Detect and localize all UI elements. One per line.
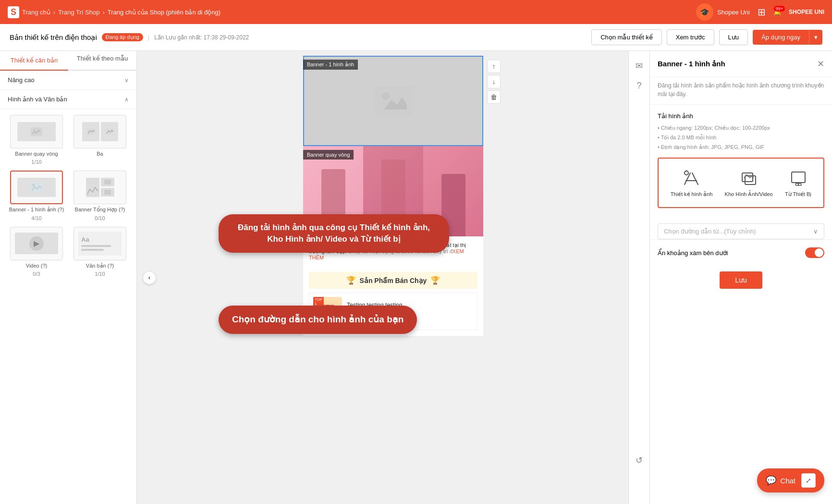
from-device-icon: [789, 168, 808, 187]
svg-point-11: [382, 92, 390, 100]
design-tabs: Thiết kế căn bản Thiết kế theo mẫu: [0, 51, 136, 71]
from-device-label: Từ Thiết Bị: [785, 191, 811, 197]
from-device-option[interactable]: Từ Thiết Bị: [785, 168, 811, 197]
canvas-left-arrow[interactable]: ‹: [143, 271, 156, 284]
upload-section: Tải hình ảnh • Chiều ngang: 1200px; Chiề…: [650, 105, 832, 223]
svg-rect-6: [86, 178, 99, 197]
chat-expand-icon[interactable]: ⤢: [801, 473, 816, 488]
svg-rect-7: [104, 180, 111, 184]
media-library-icon: [739, 168, 759, 187]
shopee-uni-icon: 🎓: [696, 3, 713, 21]
right-panel-title: Banner - 1 hình ảnh: [658, 60, 725, 68]
breadcrumb-shop[interactable]: Trang Trí Shop: [58, 9, 99, 16]
url-dropdown-icon: ∨: [813, 228, 818, 235]
breadcrumb-area: S Trang chủ › Trang Trí Shop › Trang chủ…: [8, 6, 220, 18]
topnav-right: 🎓 Shopee Uni ⊞ 🔔 99+ SHOPEE UNI: [696, 3, 824, 21]
svg-point-1: [34, 129, 36, 131]
move-down-button[interactable]: ↓: [487, 75, 501, 88]
shopee-logo: S: [8, 6, 19, 18]
component-combo-banner[interactable]: Banner Tổng Hợp (?) 0/10: [71, 171, 129, 221]
email-icon[interactable]: ✉: [636, 61, 643, 71]
shopee-uni-link[interactable]: 🎓 Shopee Uni: [696, 3, 750, 21]
svg-rect-8: [104, 190, 111, 195]
choose-template-button[interactable]: Chọn mẫu thiết kế: [591, 29, 662, 45]
apply-dropdown-button[interactable]: ▾: [809, 30, 822, 45]
component-label: Banner Tổng Hợp (?): [75, 206, 125, 213]
left-panel: Thiết kế căn bản Thiết kế theo mẫu Nâng …: [0, 51, 137, 504]
shopee-uni-label: Shopee Uni: [717, 9, 750, 16]
apply-button-group: Áp dụng ngay ▾: [753, 30, 822, 45]
upload-specs: • Chiều ngang: 1200px; Chiều dọc: 100-22…: [658, 123, 824, 152]
tab-template-design[interactable]: Thiết kế theo mẫu: [68, 51, 136, 70]
refresh-icon[interactable]: ↺: [636, 455, 643, 466]
apps-grid-icon[interactable]: ⊞: [758, 6, 766, 18]
banner-block[interactable]: Banner - 1 hình ảnh ↑ ↓ 🗑: [303, 56, 483, 146]
component-grid: Banner quay vòng 1/10 Ba: [0, 109, 136, 283]
save-button[interactable]: Lưu: [719, 29, 748, 45]
delete-button[interactable]: 🗑: [487, 90, 501, 104]
component-single-banner[interactable]: Banner - 1 hình ảnh (?) 4/10: [8, 171, 65, 221]
last-save-info: Lần Lưu gần nhất: 17:38 29-09-2022: [154, 34, 249, 41]
save-btn-row: Lưu: [650, 266, 832, 295]
hide-grey-toggle[interactable]: [805, 247, 824, 258]
tab-basic-design[interactable]: Thiết kế căn bản: [0, 51, 68, 71]
chat-button[interactable]: 💬 Chat ⤢: [757, 468, 824, 492]
component-video[interactable]: ▶ Video (?) 0/3: [8, 227, 65, 277]
move-up-button[interactable]: ↑: [487, 60, 501, 73]
panel-description: Đăng tải hình ảnh sản phẩm hoặc hình ảnh…: [650, 77, 832, 105]
top-navigation: S Trang chủ › Trang Trí Shop › Trang chủ…: [0, 0, 832, 24]
toggle-label: Ẩn khoảng xám bên dưới: [658, 249, 728, 257]
tooltip-url: Chọn đường dẫn cho hình ảnh của bạn: [219, 306, 417, 334]
svg-point-19: [745, 174, 747, 176]
component-label: Banner quay vòng: [15, 150, 58, 157]
panel-save-button[interactable]: Lưu: [720, 271, 762, 289]
design-tool-icon: [682, 168, 701, 187]
preview-button[interactable]: Xem trước: [667, 29, 714, 45]
applying-badge: Đang áp dụng: [102, 33, 143, 41]
component-text[interactable]: Aa Văn bản (?) 1/10: [71, 227, 129, 277]
toolbar-right: Chọn mẫu thiết kế Xem trước Lưu Áp dụng …: [591, 29, 822, 45]
banner-block-label: Banner - 1 hình ảnh: [303, 60, 358, 70]
hide-grey-toggle-row: Ẩn khoảng xám bên dưới: [650, 239, 832, 266]
chevron-down-icon: ∨: [124, 77, 129, 84]
svg-point-5: [32, 184, 35, 186]
section-advanced[interactable]: Nâng cao ∨: [0, 71, 136, 90]
component-multi-banner[interactable]: Ba: [71, 115, 129, 165]
svg-point-15: [685, 171, 688, 175]
phone-preview: Banner - 1 hình ảnh ↑ ↓ 🗑: [303, 56, 483, 504]
apply-now-button[interactable]: Áp dụng ngay: [753, 30, 809, 45]
notification-bell[interactable]: 🔔 99+: [773, 9, 781, 16]
section-images-text[interactable]: Hình ảnh và Văn bản ∧: [0, 90, 136, 109]
upload-options-box: Thiết kế hình ảnh Kho Hình Ảnh/Video: [658, 158, 824, 208]
design-tool-option[interactable]: Thiết kế hình ảnh: [671, 168, 713, 197]
chat-icon: 💬: [766, 475, 776, 486]
tooltip-upload: Đăng tải hình ảnh qua công cụ Thiết kế h…: [219, 214, 449, 253]
component-label: Video (?): [26, 262, 47, 269]
component-label: Ba: [97, 150, 103, 157]
toolbar-left: Bản thiết kế trên điện thoại Đang áp dụn…: [10, 33, 249, 42]
chat-label: Chat: [780, 477, 795, 485]
toolbar: Bản thiết kế trên điện thoại Đang áp dụn…: [0, 24, 832, 51]
component-label: Banner - 1 hình ảnh (?): [9, 206, 64, 213]
user-name: SHOPEE UNI: [789, 9, 824, 15]
breadcrumb-home[interactable]: Trang chủ: [22, 9, 50, 16]
design-tool-label: Thiết kế hình ảnh: [671, 191, 713, 197]
help-icon[interactable]: ?: [636, 81, 641, 91]
breadcrumb-current: Trang chủ của Shop (phiên bản di động): [108, 9, 220, 16]
canvas-scroll[interactable]: ‹ Banner - 1 hình ảnh ↑: [137, 51, 649, 504]
upload-title: Tải hình ảnh: [658, 112, 824, 120]
url-selector[interactable]: Chọn đường dẫn từ...(Tùy chỉnh) ∨: [658, 223, 824, 239]
center-canvas: ‹ Banner - 1 hình ảnh ↑: [137, 51, 649, 504]
component-carousel-banner[interactable]: Banner quay vòng 1/10: [8, 115, 65, 165]
toolbar-title: Bản thiết kế trên điện thoại: [10, 33, 97, 42]
svg-line-13: [692, 173, 698, 184]
close-button[interactable]: ✕: [817, 59, 824, 69]
media-library-option[interactable]: Kho Hình Ảnh/Video: [725, 168, 773, 197]
main-layout: Thiết kế căn bản Thiết kế theo mẫu Nâng …: [0, 51, 832, 504]
carousel-block-label: Banner quay vòng: [303, 150, 354, 160]
svg-rect-20: [792, 172, 805, 183]
chevron-up-icon: ∧: [124, 96, 129, 103]
component-label: Văn bản (?): [86, 262, 114, 269]
svg-rect-17: [742, 173, 753, 182]
right-panel: Banner - 1 hình ảnh ✕ Đăng tải hình ảnh …: [649, 51, 832, 504]
